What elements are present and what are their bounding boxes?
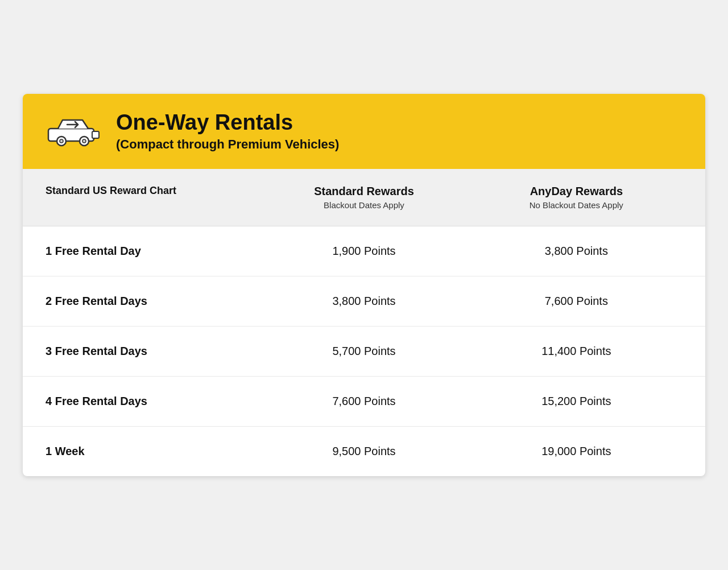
row-label-1: 2 Free Rental Days <box>46 295 258 308</box>
row-label-3: 4 Free Rental Days <box>46 395 258 408</box>
main-card: One-Way Rentals (Compact through Premium… <box>23 94 705 476</box>
standard-rewards-header: Standard Rewards Blackout Dates Apply <box>258 185 470 210</box>
svg-point-4 <box>60 139 63 143</box>
row-anyday-3: 15,200 Points <box>470 395 682 408</box>
row-standard-4: 9,500 Points <box>258 445 470 458</box>
svg-point-6 <box>82 139 86 143</box>
table-row: 2 Free Rental Days 3,800 Points 7,600 Po… <box>23 276 705 327</box>
table-header-row: Standard US Reward Chart Standard Reward… <box>23 169 705 226</box>
anyday-rewards-title: AnyDay Rewards <box>470 185 682 198</box>
anyday-rewards-subtitle: No Blackout Dates Apply <box>470 200 682 210</box>
row-standard-3: 7,600 Points <box>258 395 470 408</box>
row-anyday-2: 11,400 Points <box>470 345 682 358</box>
header-text: One-Way Rentals (Compact through Premium… <box>116 111 339 152</box>
table-row: 3 Free Rental Days 5,700 Points 11,400 P… <box>23 327 705 377</box>
car-icon <box>46 114 102 148</box>
header-title: One-Way Rentals <box>116 111 339 135</box>
anyday-rewards-header: AnyDay Rewards No Blackout Dates Apply <box>470 185 682 210</box>
row-anyday-1: 7,600 Points <box>470 295 682 308</box>
table-row: 1 Week 9,500 Points 19,000 Points <box>23 427 705 476</box>
row-label-0: 1 Free Rental Day <box>46 245 258 258</box>
chart-label: Standard US Reward Chart <box>46 185 258 210</box>
standard-rewards-title: Standard Rewards <box>258 185 470 198</box>
row-label-4: 1 Week <box>46 445 258 458</box>
row-anyday-4: 19,000 Points <box>470 445 682 458</box>
table-row: 1 Free Rental Day 1,900 Points 3,800 Poi… <box>23 226 705 276</box>
svg-rect-1 <box>92 131 99 138</box>
row-standard-1: 3,800 Points <box>258 295 470 308</box>
standard-rewards-subtitle: Blackout Dates Apply <box>258 200 470 210</box>
row-standard-0: 1,900 Points <box>258 245 470 258</box>
rewards-table: Standard US Reward Chart Standard Reward… <box>23 169 705 476</box>
table-row: 4 Free Rental Days 7,600 Points 15,200 P… <box>23 377 705 427</box>
row-label-2: 3 Free Rental Days <box>46 345 258 358</box>
row-anyday-0: 3,800 Points <box>470 245 682 258</box>
row-standard-2: 5,700 Points <box>258 345 470 358</box>
header-subtitle: (Compact through Premium Vehicles) <box>116 137 339 152</box>
header-section: One-Way Rentals (Compact through Premium… <box>23 94 705 169</box>
